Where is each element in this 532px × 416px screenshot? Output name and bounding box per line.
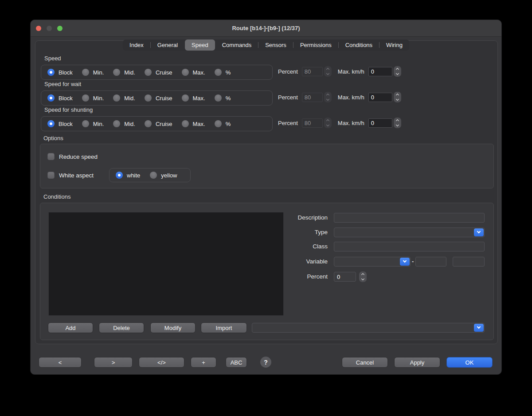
- xml-code-button[interactable]: </>: [139, 357, 184, 368]
- next-button[interactable]: >: [94, 357, 133, 368]
- help-button[interactable]: ?: [260, 357, 271, 368]
- cancel-button[interactable]: Cancel: [342, 357, 388, 368]
- percent-label: Percent: [307, 273, 328, 280]
- abc-button[interactable]: ABC: [226, 357, 247, 368]
- radio-yellow[interactable]: yellow: [150, 172, 177, 179]
- max-kmh-input[interactable]: [368, 118, 392, 128]
- delete-button[interactable]: Delete: [99, 322, 144, 333]
- radio-cruise[interactable]: Cruise: [145, 69, 172, 76]
- tab-wiring[interactable]: Wiring: [379, 39, 409, 51]
- tab-sensors[interactable]: Sensors: [258, 39, 293, 51]
- radio-white[interactable]: white: [116, 172, 140, 179]
- apply-button[interactable]: Apply: [394, 357, 440, 368]
- variable-extra-input[interactable]: [453, 257, 485, 267]
- radio-label: yellow: [161, 172, 177, 179]
- reduce-speed-checkbox[interactable]: [47, 153, 55, 160]
- radio-cruise[interactable]: Cruise: [145, 94, 172, 102]
- percent-label: Percent: [278, 120, 298, 126]
- tab-permissions[interactable]: Permissions: [293, 39, 338, 51]
- radio-percent[interactable]: %: [215, 94, 231, 102]
- conditions-group: Description Type Class Variable -: [40, 203, 494, 340]
- chevron-up-icon: [396, 68, 399, 71]
- percent-input[interactable]: [302, 93, 323, 102]
- radio-label: Min.: [93, 69, 104, 76]
- prev-button[interactable]: <: [39, 357, 82, 368]
- radio-mid[interactable]: Mid.: [113, 120, 135, 127]
- radio-max[interactable]: Max.: [182, 120, 205, 127]
- radio-max[interactable]: Max.: [182, 94, 205, 102]
- conditions-combobox[interactable]: [252, 323, 485, 333]
- chevron-up-icon: [326, 119, 329, 122]
- percent-stepper[interactable]: [324, 118, 332, 128]
- radio-selected-icon: [47, 69, 55, 76]
- plus-button[interactable]: +: [191, 357, 216, 368]
- max-kmh-label: Max. km/h: [338, 68, 364, 75]
- add-button[interactable]: Add: [48, 322, 93, 333]
- max-kmh-stepper[interactable]: [394, 66, 401, 77]
- radio-min[interactable]: Min.: [82, 120, 104, 127]
- options-group: Reduce speed White aspect white yellow: [40, 144, 494, 188]
- class-row: Class: [40, 242, 493, 251]
- radio-label: %: [226, 121, 231, 127]
- radio-label: Mid.: [124, 95, 135, 102]
- radio-mid[interactable]: Mid.: [113, 69, 135, 76]
- type-dropdown[interactable]: [334, 228, 485, 237]
- radio-label: Block: [59, 121, 73, 127]
- radio-icon: [82, 69, 89, 76]
- max-kmh-input[interactable]: [368, 67, 392, 76]
- radio-block[interactable]: Block: [47, 69, 73, 76]
- percent-row: Percent: [40, 272, 493, 282]
- radio-min[interactable]: Min.: [82, 94, 104, 102]
- percent-stepper[interactable]: [324, 92, 332, 102]
- radio-percent[interactable]: %: [215, 120, 231, 127]
- radio-icon: [113, 69, 120, 76]
- tab-general[interactable]: General: [151, 39, 184, 51]
- radio-cruise[interactable]: Cruise: [145, 120, 172, 127]
- modify-button[interactable]: Modify: [150, 322, 196, 333]
- radio-icon: [215, 69, 222, 76]
- chevron-down-icon: [361, 277, 364, 280]
- description-input[interactable]: [334, 213, 485, 223]
- tab-bar: Index General Speed Commands Sensors Per…: [123, 39, 409, 51]
- max-kmh-stepper[interactable]: [394, 118, 401, 128]
- white-aspect-checkbox[interactable]: [47, 172, 55, 179]
- radio-label: %: [226, 95, 231, 102]
- aspect-radio-group: white yellow: [109, 168, 191, 182]
- dropdown-button[interactable]: [474, 228, 484, 236]
- chevron-up-icon: [396, 119, 399, 122]
- max-kmh-stepper[interactable]: [394, 92, 401, 102]
- percent-input[interactable]: [302, 67, 323, 76]
- percent-label: Percent: [278, 68, 298, 75]
- import-button[interactable]: Import: [201, 322, 247, 333]
- radio-label: Max.: [193, 69, 205, 76]
- condition-percent-input[interactable]: [334, 272, 356, 282]
- class-input[interactable]: [334, 242, 485, 251]
- tab-index[interactable]: Index: [123, 39, 150, 51]
- percent-input[interactable]: [302, 118, 323, 128]
- ok-button[interactable]: OK: [446, 357, 493, 368]
- variable-value-input[interactable]: [415, 257, 446, 267]
- dropdown-button[interactable]: [400, 258, 410, 266]
- max-kmh-label: Max. km/h: [338, 94, 364, 101]
- tab-speed[interactable]: Speed: [185, 39, 215, 51]
- dropdown-button[interactable]: [474, 324, 484, 332]
- chevron-down-icon: [403, 259, 407, 263]
- max-kmh-input[interactable]: [368, 93, 392, 102]
- description-label: Description: [297, 214, 328, 221]
- radio-min[interactable]: Min.: [82, 69, 104, 76]
- radio-icon: [182, 94, 189, 102]
- tab-commands[interactable]: Commands: [215, 39, 258, 51]
- radio-block[interactable]: Block: [47, 94, 73, 102]
- variable-dropdown[interactable]: [334, 257, 411, 267]
- radio-percent[interactable]: %: [215, 69, 231, 76]
- white-aspect-row: White aspect: [47, 171, 94, 180]
- radio-icon: [145, 94, 152, 102]
- radio-mid[interactable]: Mid.: [113, 94, 135, 102]
- condition-percent-stepper[interactable]: [359, 271, 367, 282]
- tab-conditions[interactable]: Conditions: [339, 39, 379, 51]
- window-title: Route [b14-]-[b9-] (12/37): [31, 20, 501, 37]
- radio-block[interactable]: Block: [47, 120, 73, 127]
- options-group-label: Options: [43, 135, 63, 142]
- radio-max[interactable]: Max.: [182, 69, 205, 76]
- percent-stepper[interactable]: [324, 66, 332, 77]
